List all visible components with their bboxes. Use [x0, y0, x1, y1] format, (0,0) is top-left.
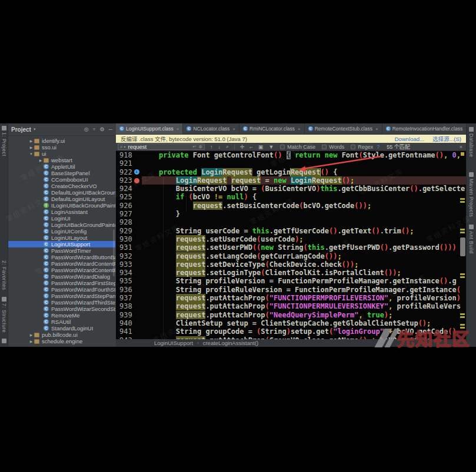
gutter-slot[interactable] [131, 176, 142, 185]
editor-tab[interactable]: CLoginUISupport.class× [116, 123, 183, 134]
chevron-down-icon[interactable]: ▾ [34, 127, 36, 132]
tree-item[interactable]: CRSAUtil [8, 319, 115, 325]
code-line[interactable]: 930request.setUserCode(userCode); [116, 235, 466, 243]
choose-sources-link[interactable]: 选择源...(S) [432, 135, 461, 143]
option-match-case[interactable]: Match Case [280, 144, 315, 150]
code-line[interactable]: 932request.setLangCode(getCurrLangCode()… [116, 252, 466, 260]
search-history-caret-icon[interactable]: ▾ [124, 145, 125, 149]
toolwindow-button-ant[interactable]: Ant Build [468, 231, 474, 254]
tree-item[interactable]: CDefaultLoginUIBackGroundPainter [8, 189, 115, 196]
gear-icon[interactable]: ⚙ [100, 126, 105, 132]
tree-item[interactable]: CPassWordWizardContentPanel [8, 260, 115, 267]
newline-icon[interactable]: ↵ [193, 144, 197, 149]
tree-item[interactable]: IILoginUIBackGroundPainter [8, 202, 115, 209]
expand-arrow-icon[interactable]: ▼ [28, 152, 34, 156]
filter-icon[interactable]: ▼ [268, 144, 274, 150]
code-line[interactable]: 928 [116, 218, 466, 226]
code-line[interactable]: 923LoginRequest request = new LoginReque… [116, 176, 466, 185]
close-icon[interactable]: × [375, 126, 378, 132]
tree-item[interactable]: CCreateCheckerVO [8, 183, 115, 189]
tree-item[interactable]: ▶webstart [8, 157, 115, 163]
next-match-button[interactable]: ↓ [218, 144, 221, 150]
code-line[interactable]: 929String userCode = this.getTfUserCode(… [116, 227, 466, 235]
collapse-all-icon[interactable]: ÷ [93, 126, 96, 132]
tree-item[interactable]: CLoginUIConfig [8, 228, 115, 235]
tree-item[interactable]: CCComboboxUI [8, 176, 115, 183]
code-line[interactable]: 935String profileVersion = FunctionPermP… [116, 277, 466, 285]
download-link[interactable]: Download... [395, 136, 424, 142]
help-icon[interactable]: ? [377, 144, 380, 150]
gutter-slot[interactable]: ↓ [131, 168, 142, 176]
exclude-icon[interactable]: ⌐ [250, 144, 253, 150]
tree-item[interactable]: CRemoveMe [8, 312, 115, 319]
tree-item[interactable]: CLoginUISupport [8, 241, 115, 247]
tree-item[interactable]: CLoginUI [8, 215, 115, 222]
code-line[interactable]: 921 [116, 159, 466, 168]
breadcrumb-method[interactable]: createLoginAssistant() [203, 340, 259, 346]
find-all-button[interactable]: ⌕ [226, 143, 229, 150]
tree-item[interactable]: CPassWordWizardDialog [8, 273, 115, 280]
tree-item[interactable]: CPassWordWizarSecondStep [8, 306, 115, 312]
breakpoint-icon[interactable] [134, 178, 139, 183]
toolwindow-button-structure[interactable]: 7: Structure [1, 303, 7, 333]
code-line[interactable]: 926request.setBusiCenterCode(bcVO.getCod… [116, 202, 466, 210]
code-line[interactable]: 927} [116, 210, 466, 218]
close-icon[interactable]: × [177, 126, 179, 132]
tree-item[interactable]: CPassWordWizardContentPanelNew [8, 267, 115, 273]
tree-item[interactable]: ▶pub.billcode.ui [8, 332, 115, 338]
expand-arrow-icon[interactable]: ▶ [28, 139, 34, 143]
toolwindow-button-database[interactable]: Database [468, 133, 474, 157]
locate-icon[interactable]: ◎ [84, 126, 89, 132]
code-line[interactable]: 938request.putAttachProp("FUNCTIONPERMRU… [116, 302, 466, 310]
tree-item[interactable]: CPassWordWizardStepPanel [8, 293, 115, 299]
tree-item[interactable]: ▶identify.ui [8, 138, 115, 144]
prev-match-button[interactable]: ↑ [210, 144, 213, 150]
code-editor[interactable]: 918private Font getControlFont() { retur… [116, 151, 466, 339]
add-occurrence-icon[interactable]: ✛ [240, 144, 245, 150]
breadcrumb-class[interactable]: LoginUISupport [154, 340, 193, 346]
editor-tab[interactable]: CRemoteInvocationHandler.class× [382, 123, 472, 134]
tree-item[interactable]: ▼ui [8, 150, 115, 157]
search-input[interactable]: ⌕ ▾ request ↵ ⊗ [118, 143, 205, 150]
tree-item[interactable]: CLoginAssistant [8, 209, 115, 215]
scrollbar-thumb[interactable] [460, 237, 465, 256]
code-line[interactable]: 940ClientSetup setup = ClientSetupCache.… [116, 319, 466, 327]
tree-item[interactable]: CLoginUILayout [8, 235, 115, 241]
expand-arrow-icon[interactable]: ▶ [28, 145, 34, 149]
code-line[interactable]: 925if (bcVO != null) { [116, 193, 466, 201]
select-all-occurrences-icon[interactable]: ▣ [258, 144, 264, 150]
toolwindow-button-project[interactable]: 1: Project [1, 132, 7, 156]
tree-item[interactable]: CStandardLoginUI [8, 325, 115, 332]
code-line[interactable]: 936String profileRuleVersion = FunctionP… [116, 286, 466, 294]
code-line[interactable]: 918private Font getControlFont() { retur… [116, 151, 466, 159]
clear-search-icon[interactable]: ⊗ [198, 144, 202, 149]
tree-scrollbar-thumb[interactable] [113, 229, 115, 276]
expand-arrow-icon[interactable]: ▶ [38, 158, 44, 162]
option-words[interactable]: Words [322, 144, 344, 150]
close-icon[interactable]: × [232, 126, 235, 132]
code-line[interactable]: 922↓protected LoginRequest getLoginReque… [116, 168, 466, 176]
toolwindow-button-maven[interactable]: Maven Projects [468, 179, 474, 217]
expand-arrow-icon[interactable]: ▶ [28, 333, 34, 337]
tree-item[interactable]: CAppletUtil [8, 163, 115, 170]
tree-item[interactable]: CPassWordWizardFourthStep [8, 286, 115, 293]
toolwindow-button-favorites[interactable]: 2: Favorites [1, 260, 7, 290]
override-marker-icon[interactable]: ↓ [134, 169, 139, 175]
code-line[interactable]: 937request.putAttachProp("FUNCTIONPERMPR… [116, 294, 466, 302]
tree-item[interactable]: CPassWordTimer [8, 247, 115, 254]
editor-tab[interactable]: CNCLocator.class× [183, 123, 239, 134]
tree-item[interactable]: ▶sso.ui [8, 144, 115, 150]
tree-item[interactable]: CPassWordWizardFirstStep [8, 280, 115, 286]
tree-item[interactable]: CBaseStepPanel [8, 170, 115, 176]
option-regex[interactable]: Regex [351, 144, 373, 150]
tree-item[interactable]: CLoginUIBackGroundPainter [8, 222, 115, 228]
editor-scrollbar[interactable] [459, 151, 466, 339]
tree-item[interactable]: CDefaultLoginUILayout [8, 196, 115, 202]
code-line[interactable]: 924BusiCenterVO bcVO = (BusiCenterVO)thi… [116, 185, 466, 193]
code-line[interactable]: 939request.putAttachProp("NeedQuerySimpl… [116, 311, 466, 319]
close-find-bar-icon[interactable]: × [460, 144, 462, 150]
code-line[interactable]: 931request.setUserPWD((new String(this.g… [116, 243, 466, 252]
code-line[interactable]: 933request.setDeviceType(CheckDevice.che… [116, 260, 466, 269]
editor-tab[interactable]: CRemoteContextStub.class× [305, 123, 382, 134]
hide-panel-icon[interactable]: ─ [109, 126, 112, 132]
